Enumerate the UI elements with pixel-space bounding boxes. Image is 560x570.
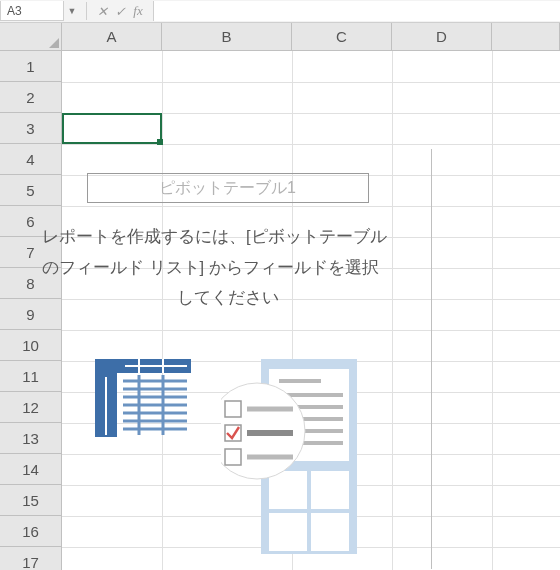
pivot-hint-graphic [38, 359, 417, 554]
pivot-table-placeholder: ピボットテーブル1 レポートを作成するには、[ピボットテーブル のフィールド リ… [32, 149, 432, 569]
formula-input[interactable] [153, 1, 560, 21]
pivot-hint-text: レポートを作成するには、[ピボットテーブル のフィールド リスト] からフィール… [38, 221, 417, 313]
fx-icon[interactable]: fx [129, 2, 147, 20]
enter-icon: ✓ [111, 2, 129, 20]
name-box[interactable]: A3 [0, 1, 64, 21]
svg-rect-24 [311, 471, 349, 509]
pivot-hint-line: してください [42, 282, 413, 313]
name-box-dropdown-icon[interactable]: ▼ [64, 1, 80, 21]
row-header[interactable]: 1 [0, 51, 62, 82]
select-all-corner[interactable] [0, 23, 62, 51]
table-icon [95, 359, 191, 437]
cancel-icon: ✕ [93, 2, 111, 20]
row-header[interactable]: 2 [0, 82, 62, 113]
svg-rect-26 [311, 513, 349, 551]
column-header[interactable]: B [162, 23, 292, 51]
spreadsheet-grid[interactable]: ABCD 1234567891011121314151617 ピボットテーブル1… [0, 23, 560, 570]
formula-bar: A3 ▼ ✕ ✓ fx [0, 0, 560, 23]
column-header[interactable] [492, 23, 560, 51]
pivot-hint-line: レポートを作成するには、[ピボットテーブル [42, 227, 387, 245]
column-header[interactable]: C [292, 23, 392, 51]
svg-rect-23 [269, 471, 307, 509]
pivot-hint-line: のフィールド リスト] からフィールドを選択 [42, 258, 379, 276]
pivot-title-box[interactable]: ピボットテーブル1 [87, 173, 369, 203]
divider [86, 2, 87, 20]
row-header[interactable]: 3 [0, 113, 62, 144]
column-header[interactable]: A [62, 23, 162, 51]
svg-rect-25 [269, 513, 307, 551]
column-header[interactable]: D [392, 23, 492, 51]
field-list-icon [221, 359, 361, 554]
